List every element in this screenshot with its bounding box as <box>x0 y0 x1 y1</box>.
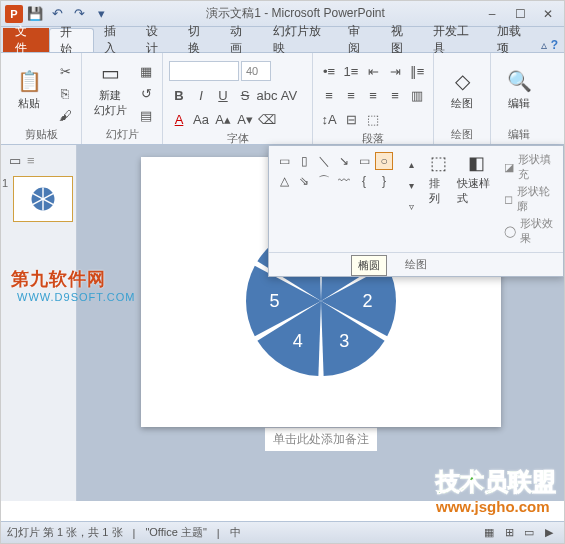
bold-button[interactable]: B <box>169 85 189 105</box>
gallery-more-icon[interactable]: ▿ <box>401 196 421 216</box>
maximize-button[interactable]: ☐ <box>508 5 532 23</box>
font-color-button[interactable]: A <box>169 109 189 129</box>
group-clipboard: 📋 粘贴 ✂ ⎘ 🖌 剪贴板 <box>1 53 82 144</box>
group-paragraph: •≡ 1≡ ⇤ ⇥ ‖≡ ≡ ≡ ≡ ≡ ▥ ↕A ⊟ ⬚ <box>313 53 434 144</box>
layout-icon[interactable]: ▦ <box>136 61 156 81</box>
shape-connector[interactable]: ⇘ <box>295 172 313 190</box>
notes-pane[interactable]: 单击此处添加备注 <box>265 427 377 451</box>
copy-icon[interactable]: ⎘ <box>55 83 75 103</box>
minimize-button[interactable]: – <box>480 5 504 23</box>
gallery-up-icon[interactable]: ▴ <box>401 154 421 174</box>
shape-oval[interactable]: ○ <box>375 152 393 170</box>
quick-access-toolbar: P 💾 ↶ ↷ ▾ <box>5 4 111 24</box>
line-spacing-button[interactable]: ‖≡ <box>407 61 427 81</box>
close-button[interactable]: ✕ <box>536 5 560 23</box>
shape-textbox[interactable]: ▭ <box>275 152 293 170</box>
font-size-combo[interactable]: 40 <box>241 61 271 81</box>
italic-button[interactable]: I <box>191 85 211 105</box>
bullets-button[interactable]: •≡ <box>319 61 339 81</box>
app-icon[interactable]: P <box>5 5 23 23</box>
ribbon-minimize-icon[interactable]: ▵ <box>541 38 547 52</box>
quickstyle-icon[interactable]: ◧ <box>468 152 485 174</box>
justify-button[interactable]: ≡ <box>385 85 405 105</box>
tab-insert[interactable]: 插入 <box>94 28 136 52</box>
view-sorter-icon[interactable]: ⊞ <box>500 525 518 541</box>
align-left-button[interactable]: ≡ <box>319 85 339 105</box>
shape-outline-button[interactable]: ◻形状轮廓 <box>504 184 557 214</box>
slides-tab-icon[interactable]: ▭ <box>9 153 21 168</box>
tab-animations[interactable]: 动画 <box>220 28 262 52</box>
char-spacing-button[interactable]: AV <box>279 85 299 105</box>
tab-developer[interactable]: 开发工具 <box>423 28 488 52</box>
qat-dropdown-icon[interactable]: ▾ <box>91 4 111 24</box>
shadow-button[interactable]: abc <box>257 85 277 105</box>
tab-addins[interactable]: 加载项 <box>487 28 540 52</box>
view-slideshow-icon[interactable]: ▶ <box>540 525 558 541</box>
cut-icon[interactable]: ✂ <box>55 61 75 81</box>
strike-button[interactable]: S <box>235 85 255 105</box>
grow-font-button[interactable]: A▴ <box>213 109 233 129</box>
slide-thumbnail-1[interactable]: 1 <box>13 176 73 222</box>
shape-effects-button[interactable]: ◯形状效果 <box>504 216 557 246</box>
shape-brace-right[interactable]: } <box>375 172 393 190</box>
arrange-label[interactable]: 排列 <box>429 176 449 206</box>
fill-icon: ◪ <box>504 161 514 174</box>
drawing-button[interactable]: ◇ 绘图 <box>440 57 484 121</box>
view-reading-icon[interactable]: ▭ <box>520 525 538 541</box>
outline-icon: ◻ <box>504 193 513 206</box>
tab-view[interactable]: 视图 <box>381 28 423 52</box>
columns-button[interactable]: ▥ <box>407 85 427 105</box>
align-right-button[interactable]: ≡ <box>363 85 383 105</box>
drawing-popup-label: 绘图 <box>269 252 563 276</box>
undo-icon[interactable]: ↶ <box>47 4 67 24</box>
shape-arc[interactable]: ⌒ <box>315 172 333 190</box>
indent-inc-button[interactable]: ⇥ <box>385 61 405 81</box>
smartart-button[interactable]: ⬚ <box>363 109 383 129</box>
outline-tab-icon[interactable]: ≡ <box>27 153 35 168</box>
align-center-button[interactable]: ≡ <box>341 85 361 105</box>
section-icon[interactable]: ▤ <box>136 105 156 125</box>
quickstyle-label[interactable]: 快速样式 <box>457 176 496 206</box>
shape-fill-button[interactable]: ◪形状填充 <box>504 152 557 182</box>
group-clipboard-label: 剪贴板 <box>7 125 75 144</box>
indent-dec-button[interactable]: ⇤ <box>363 61 383 81</box>
status-bar: 幻灯片 第 1 张，共 1 张 | "Office 主题" | 中 ▦ ⊞ ▭ … <box>1 521 564 543</box>
editing-button[interactable]: 🔍 编辑 <box>497 57 541 121</box>
gallery-down-icon[interactable]: ▾ <box>401 175 421 195</box>
new-slide-button[interactable]: ▭ 新建 幻灯片 <box>88 57 132 121</box>
shape-vert-textbox[interactable]: ▯ <box>295 152 313 170</box>
tab-home[interactable]: 开始 <box>49 28 93 52</box>
shape-curve[interactable]: 〰 <box>335 172 353 190</box>
effects-icon: ◯ <box>504 225 516 238</box>
view-normal-icon[interactable]: ▦ <box>480 525 498 541</box>
shape-rect[interactable]: ▭ <box>355 152 373 170</box>
redo-icon[interactable]: ↷ <box>69 4 89 24</box>
tab-review[interactable]: 审阅 <box>338 28 380 52</box>
paste-button[interactable]: 📋 粘贴 <box>7 57 51 121</box>
clear-format-button[interactable]: ⌫ <box>257 109 277 129</box>
tab-design[interactable]: 设计 <box>136 28 178 52</box>
shape-arrow[interactable]: ↘ <box>335 152 353 170</box>
window-title: 演示文稿1 - Microsoft PowerPoint <box>111 5 480 22</box>
status-language[interactable]: 中 <box>230 525 241 540</box>
save-icon[interactable]: 💾 <box>25 4 45 24</box>
numbering-button[interactable]: 1≡ <box>341 61 361 81</box>
change-case-button[interactable]: Aa <box>191 109 211 129</box>
svg-text:5: 5 <box>269 291 279 311</box>
thumb-number: 1 <box>2 177 8 189</box>
tab-slideshow[interactable]: 幻灯片放映 <box>263 28 339 52</box>
align-text-button[interactable]: ⊟ <box>341 109 361 129</box>
format-painter-icon[interactable]: 🖌 <box>55 105 75 125</box>
font-family-combo[interactable] <box>169 61 239 81</box>
shape-brace-left[interactable]: { <box>355 172 373 190</box>
underline-button[interactable]: U <box>213 85 233 105</box>
tab-file[interactable]: 文件 <box>3 28 49 52</box>
arrange-icon[interactable]: ⬚ <box>430 152 447 174</box>
tab-transitions[interactable]: 切换 <box>178 28 220 52</box>
shape-triangle[interactable]: △ <box>275 172 293 190</box>
help-icon[interactable]: ? <box>551 38 558 52</box>
shrink-font-button[interactable]: A▾ <box>235 109 255 129</box>
text-direction-button[interactable]: ↕A <box>319 109 339 129</box>
shape-line[interactable]: ＼ <box>315 152 333 170</box>
reset-icon[interactable]: ↺ <box>136 83 156 103</box>
